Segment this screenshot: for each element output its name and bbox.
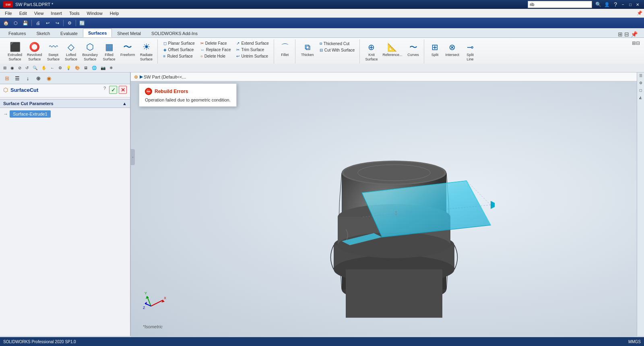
expand-tree-icon[interactable]: ▶ <box>140 74 143 79</box>
ribbon-btn-thicken[interactable]: ⧉ Thicken <box>299 40 316 58</box>
tab-evaluate[interactable]: Evaluate <box>55 29 83 37</box>
view-tool-lights[interactable]: 💡 <box>64 64 72 72</box>
view-tool-settings[interactable]: ⚙ <box>57 64 64 72</box>
menu-window[interactable]: Window <box>84 10 106 17</box>
ribbon-btn-swept-surface[interactable]: 〰 SweptSurface <box>45 40 62 63</box>
ribbon-btn-planar-surface[interactable]: ◻ Planar Surface <box>161 40 197 46</box>
tab-sheet-metal[interactable]: Sheet Metal <box>112 29 146 37</box>
toolbar-redo[interactable]: ↪ <box>53 19 62 27</box>
menu-file[interactable]: File <box>2 10 15 17</box>
ribbon-collapse[interactable]: ⊟ <box>624 31 629 37</box>
viewport[interactable]: ⛔ Rebuild Errors Operation failed due to… <box>131 81 637 337</box>
view-tool-display[interactable]: ◉ <box>9 64 16 72</box>
toolbar-print[interactable]: 🖨 <box>33 19 42 27</box>
toolbar-open[interactable]: ⬡ <box>11 19 20 27</box>
ribbon-btn-split-line[interactable]: ⊸ SplitLine <box>462 40 478 63</box>
svg-marker-25 <box>146 296 149 299</box>
menu-insert[interactable]: Insert <box>47 10 65 17</box>
tab-features[interactable]: Features <box>3 29 31 37</box>
panel-tool-property[interactable]: ☰ <box>13 74 22 83</box>
rs-btn-2[interactable]: ☰ <box>638 73 644 79</box>
view-tool-zoom[interactable]: 🔍 <box>31 64 39 72</box>
rs-btn-3[interactable]: ⚙ <box>638 80 644 86</box>
titlebar-left: SW SW Part.SLDPRT * <box>3 1 53 8</box>
right-sidebar: ◫ ☰ ⚙ ◻ ◭ <box>637 64 644 336</box>
ribbon-btn-lofted-surface[interactable]: ◇ LoftedSurface <box>63 40 80 63</box>
rs-btn-5[interactable]: ◭ <box>638 94 644 101</box>
3d-part-view: ↕ <box>293 92 495 317</box>
search-icon[interactable]: 🔍 <box>595 2 601 7</box>
view-tool-section[interactable]: ⊘ <box>17 64 23 72</box>
user-icon[interactable]: 👤 <box>603 1 611 8</box>
ribbon-expand[interactable]: ⊞ <box>618 31 623 37</box>
panel-tool-configuration[interactable]: ↓ <box>23 74 32 83</box>
title-search-input[interactable] <box>528 1 592 8</box>
toolbar-new[interactable]: 🏠 <box>2 19 10 27</box>
error-icon: ⛔ <box>145 88 152 95</box>
ribbon-btn-revolved-surface[interactable]: ⭕ RevolvedSurface <box>25 40 44 63</box>
selection-box[interactable]: Surface-Extrude1 <box>10 110 51 118</box>
ribbon-btn-knit-surface[interactable]: ⊕ KnitSurface <box>363 40 380 63</box>
pin-icon[interactable]: 📌 <box>637 10 642 16</box>
tab-sketch[interactable]: Sketch <box>31 29 55 37</box>
ribbon-btn-filled-surface[interactable]: ▦ FilledSurface <box>101 40 118 63</box>
ribbon-btn-freeform[interactable]: 〜 Freeform <box>118 40 137 58</box>
ribbon-btn-untrim-surface[interactable]: ↩ Untrim Surface <box>234 53 271 59</box>
help-button[interactable]: ? <box>103 86 106 94</box>
ribbon-btn-boundary-surface[interactable]: ⬡ BoundarySurface <box>80 40 100 63</box>
view-tool-camera[interactable]: 📷 <box>99 64 107 72</box>
ribbon-btn-thickened-cut[interactable]: ⧈ Thickened Cut <box>317 40 357 47</box>
view-tool-previous[interactable]: ← <box>49 64 56 72</box>
ribbon-btn-delete-face[interactable]: ✂ Delete Face <box>198 40 233 46</box>
toolbar-save[interactable]: 💾 <box>21 19 30 27</box>
toolbar-options[interactable]: ⚙ <box>65 19 74 27</box>
ribbon-btn-offset-surface[interactable]: ◈ Offset Surface <box>161 47 197 53</box>
ribbon-btn-split[interactable]: ⊞ Split <box>427 40 443 58</box>
view-tool-graphics[interactable]: 🖥 <box>82 64 89 72</box>
toolbar-undo[interactable]: ↩ <box>43 19 52 27</box>
view-tool-appearance[interactable]: 🎨 <box>73 64 81 72</box>
ribbon-btn-extend-surface[interactable]: ↗ Extend Surface <box>234 40 271 46</box>
menu-edit[interactable]: Edit <box>16 10 30 17</box>
tab-solidworks-addins[interactable]: SOLIDWORKS Add-Ins <box>146 29 203 37</box>
window-controls: − □ ✕ <box>620 2 641 7</box>
panel-tool-appear[interactable]: ◉ <box>44 74 53 83</box>
ribbon-btn-fillet[interactable]: ⌒ Fillet <box>277 40 293 58</box>
panel-tool-feature[interactable]: ⊞ <box>2 74 11 83</box>
maximize-button[interactable]: □ <box>627 2 634 7</box>
section-header[interactable]: Surface Cut Parameters ▲ <box>0 99 130 108</box>
minimize-button[interactable]: − <box>620 2 626 7</box>
left-panel: ⊞ ☰ ↓ ⊕ ◉ ⬡ SurfaceCut ? ✓ ✕ Surface Cut… <box>0 73 131 336</box>
collapse-handle[interactable]: ‹ <box>131 149 135 165</box>
ok-button[interactable]: ✓ <box>109 86 117 94</box>
rs-btn-4[interactable]: ◻ <box>638 87 644 93</box>
ribbon-pin[interactable]: 📌 <box>631 31 638 37</box>
ribbon-btn-replace-face[interactable]: ↔ Replace Face <box>198 47 233 53</box>
cancel-button[interactable]: ✕ <box>119 86 127 94</box>
view-tool-rotate[interactable]: ↺ <box>24 64 30 72</box>
ribbon-btn-cut-with-surface[interactable]: ⊟ Cut With Surface <box>317 47 357 53</box>
expand-icon[interactable]: ⊞ <box>632 40 636 46</box>
ribbon-btn-curves[interactable]: 〜 Curves <box>405 40 421 58</box>
menu-view[interactable]: View <box>31 10 47 17</box>
view-tool-scene[interactable]: 🌐 <box>90 64 98 72</box>
panel-tool-display[interactable]: ⊕ <box>34 74 43 83</box>
view-tool-orient[interactable]: ⊞ <box>2 64 8 72</box>
selection-arrow-icon[interactable]: → <box>3 111 8 117</box>
ribbon-btn-delete-hole[interactable]: ○ Delete Hole <box>198 53 233 59</box>
close-button[interactable]: ✕ <box>634 2 641 7</box>
ribbon-btn-ruled-surface[interactable]: ≡ Ruled Surface <box>161 53 197 59</box>
menu-tools[interactable]: Tools <box>66 10 83 17</box>
ribbon-btn-radiate-surface[interactable]: ☀ RadiateSurface <box>138 40 155 63</box>
menu-help[interactable]: Help <box>107 10 122 17</box>
ribbon-btn-trim-surface[interactable]: ✂ Trim Surface <box>234 47 271 53</box>
view-tool-freeze[interactable]: ❄ <box>108 64 114 72</box>
view-tool-pan[interactable]: ✋ <box>40 64 48 72</box>
help-icon[interactable]: ? <box>614 1 617 8</box>
toolbar-rebuild[interactable]: 🔄 <box>78 19 87 27</box>
ribbon-btn-intersect[interactable]: ⊗ Intersect <box>444 40 462 58</box>
ribbon-btn-reference[interactable]: 📐 Reference... <box>380 40 404 58</box>
ribbon-btn-extruded-surface[interactable]: ⬛ ExtrudedSurface <box>6 40 24 63</box>
collapse2-icon[interactable]: ⊟ <box>636 40 640 46</box>
tab-surfaces[interactable]: Surfaces <box>83 29 112 37</box>
